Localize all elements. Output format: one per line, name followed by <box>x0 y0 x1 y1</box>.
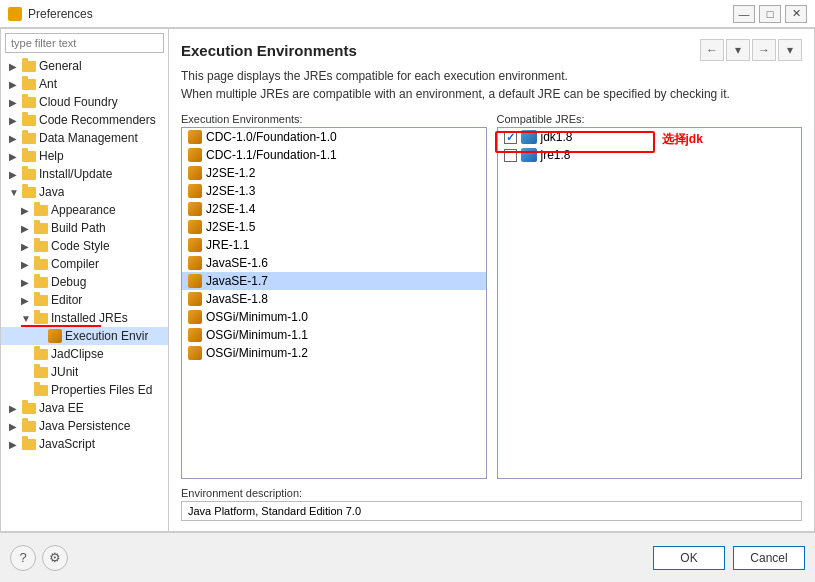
forward-button[interactable]: → <box>752 39 776 61</box>
env-item-javase-16[interactable]: JavaSE-1.6 <box>182 254 486 272</box>
sidebar-item-editor[interactable]: ▶ Editor <box>1 291 168 309</box>
maximize-button[interactable]: □ <box>759 5 781 23</box>
arrow-code-style: ▶ <box>21 241 31 252</box>
settings-button[interactable]: ⚙ <box>42 545 68 571</box>
folder-icon <box>22 97 36 108</box>
sidebar-item-general[interactable]: ▶ General <box>1 57 168 75</box>
env-item-osgi-11[interactable]: OSGi/Minimum-1.1 <box>182 326 486 344</box>
ok-button[interactable]: OK <box>653 546 725 570</box>
env-item-label: CDC-1.1/Foundation-1.1 <box>206 148 337 162</box>
help-button[interactable]: ? <box>10 545 36 571</box>
sidebar-item-compiler[interactable]: ▶ Compiler <box>1 255 168 273</box>
arrow-help: ▶ <box>9 151 19 162</box>
jre-list[interactable]: ✓ jdk1.8 jre1.8 <box>497 127 803 479</box>
sidebar-item-install-update[interactable]: ▶ Install/Update <box>1 165 168 183</box>
sidebar-item-debug[interactable]: ▶ Debug <box>1 273 168 291</box>
env-item-label: CDC-1.0/Foundation-1.0 <box>206 130 337 144</box>
jre-icon <box>521 148 537 162</box>
window-controls[interactable]: — □ ✕ <box>733 5 807 23</box>
back-button[interactable]: ← <box>700 39 724 61</box>
env-item-j2se-13[interactable]: J2SE-1.3 <box>182 182 486 200</box>
folder-icon <box>34 313 48 324</box>
env-item-label: JavaSE-1.8 <box>206 292 268 306</box>
env-item-j2se-12[interactable]: J2SE-1.2 <box>182 164 486 182</box>
cancel-button[interactable]: Cancel <box>733 546 805 570</box>
forward-dropdown-btn[interactable]: ▾ <box>726 39 750 61</box>
sidebar-label-general: General <box>39 59 82 73</box>
jre-item-jdk18[interactable]: ✓ jdk1.8 <box>498 128 802 146</box>
sidebar-item-ant[interactable]: ▶ Ant <box>1 75 168 93</box>
env-item-label: OSGi/Minimum-1.0 <box>206 310 308 324</box>
sidebar-item-javascript[interactable]: ▶ JavaScript <box>1 435 168 453</box>
folder-icon <box>22 133 36 144</box>
sidebar: ▶ General ▶ Ant ▶ Cloud Foundry ▶ Code R… <box>1 29 169 531</box>
env-item-javase-18[interactable]: JavaSE-1.8 <box>182 290 486 308</box>
sidebar-item-properties[interactable]: Properties Files Ed <box>1 381 168 399</box>
env-icon <box>188 346 202 360</box>
sidebar-label-javascript: JavaScript <box>39 437 95 451</box>
close-button[interactable]: ✕ <box>785 5 807 23</box>
sidebar-item-java-ee[interactable]: ▶ Java EE <box>1 399 168 417</box>
sidebar-item-data-management[interactable]: ▶ Data Management <box>1 129 168 147</box>
arrow-appearance: ▶ <box>21 205 31 216</box>
env-icon <box>188 166 202 180</box>
sidebar-label-code-style: Code Style <box>51 239 110 253</box>
folder-icon <box>34 295 48 306</box>
sidebar-item-junit[interactable]: JUnit <box>1 363 168 381</box>
env-item-cdc-11[interactable]: CDC-1.1/Foundation-1.1 <box>182 146 486 164</box>
sidebar-label-java: Java <box>39 185 64 199</box>
sidebar-item-code-style[interactable]: ▶ Code Style <box>1 237 168 255</box>
env-item-osgi-12[interactable]: OSGi/Minimum-1.2 <box>182 344 486 362</box>
arrow-data: ▶ <box>9 133 19 144</box>
env-icon <box>188 130 202 144</box>
checkmark-icon: ✓ <box>506 131 515 144</box>
sidebar-item-appearance[interactable]: ▶ Appearance <box>1 201 168 219</box>
env-item-javase-17[interactable]: JavaSE-1.7 <box>182 272 486 290</box>
arrow-install: ▶ <box>9 169 19 180</box>
description-section: This page displays the JREs compatible f… <box>181 67 802 103</box>
arrow-general: ▶ <box>9 61 19 72</box>
content-header: Execution Environments ← ▾ → ▾ <box>181 39 802 61</box>
jre-item-jre18[interactable]: jre1.8 <box>498 146 802 164</box>
env-item-j2se-15[interactable]: J2SE-1.5 <box>182 218 486 236</box>
minimize-button[interactable]: — <box>733 5 755 23</box>
sidebar-item-jadclipse[interactable]: JadClipse <box>1 345 168 363</box>
env-item-label: OSGi/Minimum-1.1 <box>206 328 308 342</box>
folder-icon <box>34 367 48 378</box>
filter-input[interactable] <box>5 33 164 53</box>
sidebar-label-properties: Properties Files Ed <box>51 383 152 397</box>
env-item-cdc-10[interactable]: CDC-1.0/Foundation-1.0 <box>182 128 486 146</box>
sidebar-item-java-persistence[interactable]: ▶ Java Persistence <box>1 417 168 435</box>
arrow-java-ee: ▶ <box>9 403 19 414</box>
env-icon <box>188 310 202 324</box>
sidebar-item-java[interactable]: ▼ Java <box>1 183 168 201</box>
sidebar-item-cloud-foundry[interactable]: ▶ Cloud Foundry <box>1 93 168 111</box>
env-item-osgi-10[interactable]: OSGi/Minimum-1.0 <box>182 308 486 326</box>
arrow-installed-jres: ▼ <box>21 313 31 324</box>
content-area: Execution Environments ← ▾ → ▾ This page… <box>169 29 814 531</box>
folder-icon <box>34 349 48 360</box>
sidebar-label-java-ee: Java EE <box>39 401 84 415</box>
bottom-right: OK Cancel <box>653 546 805 570</box>
checkbox-jdk18[interactable]: ✓ <box>504 131 517 144</box>
sidebar-item-code-recommenders[interactable]: ▶ Code Recommenders <box>1 111 168 129</box>
description-line2: When multiple JREs are compatible with a… <box>181 85 802 103</box>
env-item-j2se-14[interactable]: J2SE-1.4 <box>182 200 486 218</box>
arrow-compiler: ▶ <box>21 259 31 270</box>
env-item-label: JRE-1.1 <box>206 238 249 252</box>
jre-item-label: jre1.8 <box>541 148 571 162</box>
sidebar-item-installed-jres[interactable]: ▼ Installed JREs <box>1 309 168 327</box>
sidebar-item-help[interactable]: ▶ Help <box>1 147 168 165</box>
nav-menu-button[interactable]: ▾ <box>778 39 802 61</box>
checkbox-jre18[interactable] <box>504 149 517 162</box>
sidebar-item-build-path[interactable]: ▶ Build Path <box>1 219 168 237</box>
bottom-left: ? ⚙ <box>10 545 68 571</box>
env-item-label: JavaSE-1.7 <box>206 274 268 288</box>
arrow-build-path: ▶ <box>21 223 31 234</box>
sidebar-item-execution-envir[interactable]: Execution Envir <box>1 327 168 345</box>
env-description-section: Environment description: Java Platform, … <box>181 487 802 521</box>
env-item-label: JavaSE-1.6 <box>206 256 268 270</box>
arrow-java: ▼ <box>9 187 19 198</box>
env-list[interactable]: CDC-1.0/Foundation-1.0 CDC-1.1/Foundatio… <box>181 127 487 479</box>
env-item-jre-11[interactable]: JRE-1.1 <box>182 236 486 254</box>
